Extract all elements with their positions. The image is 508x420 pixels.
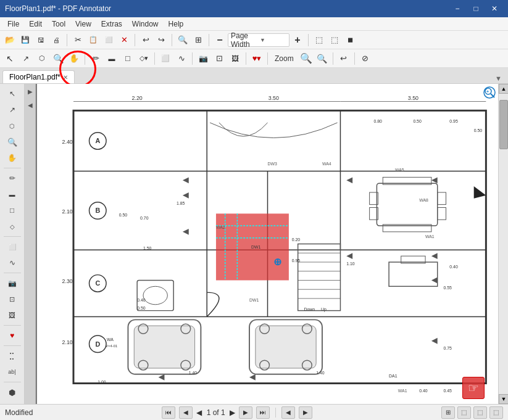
lp-heart[interactable]: ♥ bbox=[3, 328, 22, 343]
tab-arrow[interactable]: ▼ bbox=[491, 73, 506, 83]
copy-button[interactable]: 📋 bbox=[86, 33, 101, 47]
pen-tool[interactable]: ✏ bbox=[88, 51, 103, 66]
select-tool[interactable]: ↗ bbox=[19, 51, 33, 66]
zoom-in2-tool[interactable]: 🔍 bbox=[299, 51, 314, 66]
view-mode4-button[interactable]: ⬚ bbox=[489, 406, 503, 419]
status-left: Modified bbox=[5, 408, 33, 417]
paste-button[interactable]: ⬜ bbox=[101, 33, 116, 47]
page-prev-btn[interactable]: ◀ bbox=[196, 408, 202, 417]
scroll-up-button[interactable]: ▲ bbox=[499, 84, 508, 94]
page-width-dropdown[interactable]: Page Width ▼ bbox=[228, 33, 289, 47]
lp-hand[interactable]: ✋ bbox=[3, 150, 22, 165]
nav-prev-button[interactable]: ◀ bbox=[179, 406, 193, 419]
menu-window[interactable]: Window bbox=[127, 19, 164, 30]
zoom-out-tool[interactable]: 🔍 bbox=[315, 51, 330, 66]
menu-view[interactable]: View bbox=[70, 19, 96, 30]
zoom-minus-button[interactable]: − bbox=[212, 33, 227, 47]
heart-tool[interactable]: ♥▾ bbox=[249, 51, 264, 66]
grid-button[interactable]: ⊞ bbox=[191, 33, 206, 47]
undo-button[interactable]: ↩ bbox=[138, 33, 153, 47]
menu-extras[interactable]: Extras bbox=[96, 19, 127, 30]
rect-tool[interactable]: □ bbox=[120, 51, 135, 66]
camera-tool[interactable]: 📷 bbox=[196, 51, 210, 66]
nav-back-button[interactable]: ◀ bbox=[281, 406, 295, 419]
lp-stamp2[interactable]: ⬢ bbox=[3, 385, 22, 400]
zoom-plus-button[interactable]: + bbox=[290, 33, 305, 47]
lp-crop[interactable]: ⊡ bbox=[3, 292, 22, 307]
page-next-btn[interactable]: ▶ bbox=[230, 408, 235, 417]
status-text: Modified bbox=[5, 408, 33, 417]
scroll-thumb[interactable] bbox=[499, 100, 508, 149]
lp-shape[interactable]: ◇ bbox=[3, 219, 22, 234]
tab-close-icon[interactable]: ✕ bbox=[63, 74, 68, 81]
lp-tool1[interactable]: ↗ bbox=[3, 102, 22, 117]
tab-label: FloorPlan1.pdf* bbox=[9, 73, 60, 81]
view-single-button[interactable]: ⬚ bbox=[312, 33, 327, 47]
hand-tool[interactable]: ✋ bbox=[67, 51, 81, 66]
zoom-indicator[interactable]: + bbox=[483, 86, 496, 99]
lp-pen[interactable]: ✏ bbox=[3, 171, 22, 186]
delete-button[interactable]: ✕ bbox=[117, 33, 131, 47]
svg-text:1.00: 1.00 bbox=[98, 380, 106, 384]
eraser2-tool[interactable]: ⊘ bbox=[358, 51, 373, 66]
svg-text:1.50: 1.50 bbox=[143, 246, 152, 250]
at-btn2[interactable]: ◀ bbox=[26, 99, 35, 111]
maximize-button[interactable]: □ bbox=[467, 2, 485, 15]
image-tool[interactable]: 🖼 bbox=[228, 51, 243, 66]
svg-text:WA1: WA1 bbox=[398, 389, 407, 393]
lp-tool2[interactable]: ⬡ bbox=[3, 118, 22, 133]
menu-file[interactable]: File bbox=[2, 19, 24, 30]
save-button[interactable]: 💾 bbox=[18, 33, 33, 47]
menu-edit[interactable]: Edit bbox=[24, 19, 47, 30]
menu-help[interactable]: Help bbox=[164, 19, 189, 30]
lp-select[interactable]: ↖ bbox=[3, 86, 22, 101]
save2-button[interactable]: 🖫 bbox=[33, 33, 48, 47]
nav-forward-button[interactable]: ▶ bbox=[299, 406, 312, 419]
shape-tool[interactable]: ◇▾ bbox=[136, 51, 151, 66]
scroll-down-button[interactable]: ▼ bbox=[499, 394, 508, 404]
stamp-tool[interactable]: ⬡ bbox=[35, 51, 49, 66]
nav-next-button[interactable]: ▶ bbox=[239, 406, 252, 419]
zoom-in-tool[interactable]: 🔍 bbox=[51, 51, 65, 66]
separator3 bbox=[172, 34, 172, 46]
at-btn1[interactable]: ▶ bbox=[26, 85, 35, 97]
scroll-track[interactable] bbox=[499, 94, 508, 394]
lp-tool3[interactable]: ▬ bbox=[3, 187, 22, 202]
lp-camera[interactable]: 📷 bbox=[3, 276, 22, 290]
view-mode3-button[interactable]: ⬚ bbox=[473, 406, 487, 419]
redo-button[interactable]: ↪ bbox=[154, 33, 169, 47]
print-button[interactable]: 🖨 bbox=[49, 33, 64, 47]
crop-tool[interactable]: ⊡ bbox=[212, 51, 227, 66]
view-double-button[interactable]: ⬚ bbox=[327, 33, 342, 47]
highlight-tool[interactable]: ▬ bbox=[104, 51, 119, 66]
nav-first-button[interactable]: ⏮ bbox=[162, 406, 175, 419]
undo2-button[interactable]: ↩ bbox=[336, 51, 351, 66]
nav-last-button[interactable]: ⏭ bbox=[256, 406, 270, 419]
lp-eraser[interactable]: ⬜ bbox=[3, 239, 22, 254]
lp-zoom[interactable]: 🔍 bbox=[3, 134, 22, 149]
view-mode1-button[interactable]: ⊞ bbox=[441, 406, 455, 419]
minimize-button[interactable]: − bbox=[449, 2, 466, 15]
pointer-tool[interactable]: ↖ bbox=[2, 51, 17, 66]
lp-lasso[interactable]: ∿ bbox=[3, 255, 22, 270]
lp-rect[interactable]: □ bbox=[3, 203, 22, 218]
cut-button[interactable]: ✂ bbox=[70, 33, 85, 47]
view-full-button[interactable]: ◼ bbox=[343, 33, 357, 47]
search-button[interactable]: 🔍 bbox=[175, 33, 190, 47]
separator-t2-3 bbox=[192, 52, 193, 65]
page-info: ◀ 1 of 1 ▶ bbox=[196, 408, 235, 417]
red-hand-button[interactable]: ☞ bbox=[462, 377, 485, 399]
tab-floorplan[interactable]: FloorPlan1.pdf* ✕ bbox=[2, 70, 75, 83]
lasso-tool[interactable]: ∿ bbox=[174, 51, 189, 66]
view-mode2-button[interactable]: ⬚ bbox=[457, 406, 471, 419]
separator-t2-6 bbox=[333, 52, 333, 65]
open-button[interactable]: 📂 bbox=[2, 33, 17, 47]
lp-text[interactable]: ab| bbox=[3, 364, 22, 379]
menu-tool[interactable]: Tool bbox=[47, 19, 70, 30]
svg-text:Up: Up bbox=[321, 307, 327, 312]
svg-text:2.10: 2.10 bbox=[62, 208, 73, 215]
lp-image[interactable]: 🖼 bbox=[3, 308, 22, 323]
eraser-tool[interactable]: ⬜ bbox=[158, 51, 173, 66]
close-button[interactable]: ✕ bbox=[486, 2, 503, 15]
lp-dots[interactable]: •••• bbox=[3, 348, 22, 363]
